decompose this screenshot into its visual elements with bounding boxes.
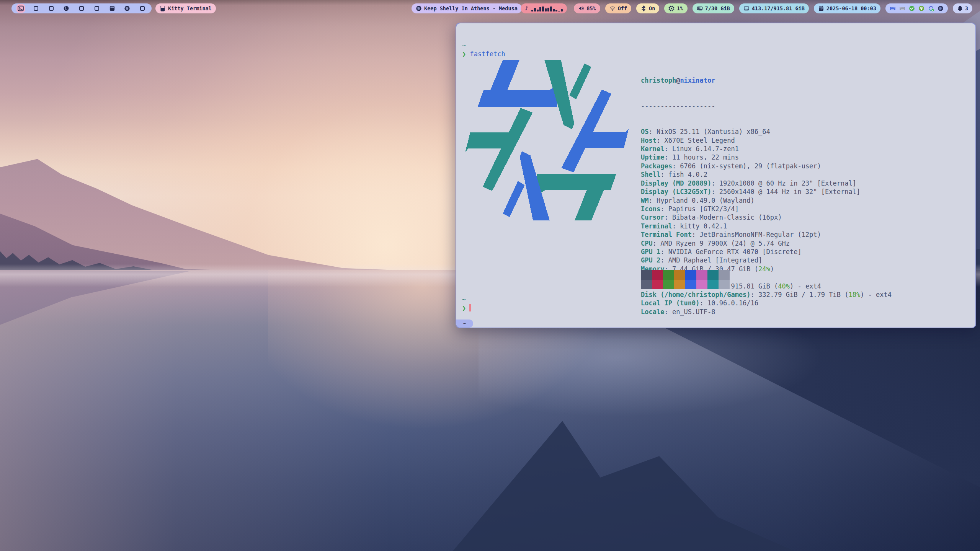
- clock-value: 2025-06-18 00:03: [826, 5, 876, 11]
- fastfetch-line: OS: NixOS 25.11 (Xantusia) x86_64: [641, 127, 892, 136]
- fastfetch-line: GPU 2: AMD Raphael [Integrated]: [641, 256, 892, 264]
- network-value: Off: [618, 5, 627, 11]
- fastfetch-line: Host: X670E Steel Legend: [641, 136, 892, 145]
- workspace-1-active[interactable]: [16, 4, 25, 13]
- sync-icon[interactable]: [928, 5, 934, 11]
- ram-icon: [697, 5, 703, 11]
- firefox-icon: [63, 5, 69, 11]
- terminal-icon: [18, 5, 24, 11]
- desktop: Kitty Terminal Keep Shelly In Athens - M…: [0, 0, 980, 551]
- bluetooth-icon: [640, 5, 647, 11]
- chip-icon: [668, 5, 675, 11]
- clock-module[interactable]: 2025-06-18 00:03: [814, 3, 880, 13]
- cpu-module[interactable]: 1%: [664, 3, 687, 13]
- fastfetch-line: Local IP (tun0): 10.96.0.16/16: [641, 299, 892, 307]
- fastfetch-line: Disk (/home/christoph/Games): 332.79 GiB…: [641, 290, 892, 299]
- workspace-3[interactable]: [47, 4, 56, 13]
- media-player-module[interactable]: Keep Shelly In Athens - Medusa: [412, 3, 522, 13]
- active-window-title[interactable]: Kitty Terminal: [155, 3, 216, 13]
- square-icon: [33, 5, 39, 11]
- audio-visualizer-module[interactable]: ♪: [521, 3, 567, 13]
- media-track-label: Keep Shelly In Athens - Medusa: [424, 5, 518, 11]
- window-icon: [109, 5, 115, 11]
- speaker-icon: [578, 5, 584, 11]
- square-icon: [94, 5, 100, 11]
- fastfetch-line: CPU: AMD Ryzen 9 7900X (24) @ 5.74 GHz: [641, 239, 892, 248]
- wifi-icon: [609, 5, 616, 11]
- fastfetch-line: Uptime: 11 hours, 22 mins: [641, 153, 892, 161]
- hdd-icon: [743, 5, 750, 11]
- location-icon[interactable]: [918, 5, 924, 11]
- cpu-value: 1%: [677, 5, 683, 11]
- text-cursor: [469, 304, 471, 311]
- workspace-7[interactable]: [108, 4, 116, 13]
- keymap-icon[interactable]: [899, 5, 905, 11]
- cat-icon: [160, 5, 166, 11]
- palette-row-2: [641, 280, 730, 289]
- fastfetch-line: GPU 1: NVIDIA GeForce RTX 4070 [Discrete…: [641, 248, 892, 256]
- system-tray[interactable]: [885, 3, 948, 13]
- status-modules: 85%OffOn1%7/30 GiB413.17/915.81 GiB2025-…: [574, 3, 972, 13]
- calendar-icon: [818, 5, 824, 11]
- disk-module[interactable]: 413.17/915.81 GiB: [739, 3, 809, 13]
- workspace-4[interactable]: [62, 4, 70, 13]
- square-icon: [139, 5, 145, 11]
- fastfetch-line: Terminal: kitty 0.42.1: [641, 222, 892, 230]
- fastfetch-line: Terminal Font: JetBrainsMonoNFM-Regular …: [641, 230, 892, 239]
- fastfetch-title: christoph@nixinator: [641, 76, 892, 85]
- fastfetch-line: Packages: 6706 (nix-system), 29 (flatpak…: [641, 162, 892, 170]
- music-note-icon: ♪: [525, 6, 528, 11]
- terminal-tab[interactable]: ~: [456, 320, 473, 328]
- terminal-color-palette: [641, 270, 730, 289]
- disk-value: 413.17/915.81 GiB: [752, 5, 805, 11]
- workspace-5[interactable]: [77, 4, 86, 13]
- workspace-9[interactable]: [138, 4, 147, 13]
- wallpaper-lake-mist: [479, 318, 823, 417]
- terminal-tab-label: ~: [463, 319, 466, 328]
- fastfetch-line: Display (LC32G5xT): 980x551 @ 144 Hz i…: [641, 187, 892, 196]
- command-text: fastfetch: [470, 50, 505, 58]
- workspace-switcher[interactable]: [11, 3, 152, 13]
- fastfetch-line: Locale: en_US.UTF-8: [641, 308, 892, 316]
- keyboard-icon[interactable]: [890, 5, 896, 11]
- fastfetch-line: Icons: Papirus [GTK2/3/4]: [641, 205, 892, 213]
- workspace-6[interactable]: [93, 4, 101, 13]
- fastfetch-line: Cursor: Bibata-Modern-Classic (16px): [641, 213, 892, 222]
- status-bar: Kitty Terminal Keep Shelly In Athens - M…: [0, 0, 980, 17]
- notifications-module[interactable]: 3: [953, 3, 972, 13]
- memory-value: 7/30 GiB: [705, 5, 730, 11]
- notification-count: 3: [965, 5, 968, 11]
- terminal-window[interactable]: ~ ❯ fastfetch christoph@nixinator ------…: [456, 23, 976, 328]
- palette-row-1: [641, 270, 730, 280]
- volume-module[interactable]: 85%: [574, 3, 600, 13]
- bluetooth-module[interactable]: On: [636, 3, 659, 13]
- bottom-prompt-path: ~: [462, 295, 466, 304]
- square-icon: [48, 5, 54, 11]
- fastfetch-line: Kernel: Linux 6.14.7-zen1: [641, 145, 892, 153]
- fastfetch-line: WM: Hyprland 0.49.0 (Wayland): [641, 196, 892, 205]
- workspace-8[interactable]: [123, 4, 131, 13]
- network-module[interactable]: Off: [605, 3, 631, 13]
- fastfetch-separator: -------------------: [641, 102, 892, 110]
- fastfetch-line: Shell: fish 4.0.2: [641, 170, 892, 179]
- spotify-icon: [416, 5, 422, 11]
- volume-value: 85%: [586, 5, 596, 11]
- visualizer-bars: [531, 5, 563, 11]
- check-circle-icon[interactable]: [909, 5, 915, 11]
- spotify-icon: [124, 5, 130, 11]
- square-icon: [78, 5, 85, 11]
- prompt-path: ~: [462, 41, 466, 49]
- spotify-tray-icon[interactable]: [938, 5, 944, 11]
- memory-module[interactable]: 7/30 GiB: [693, 3, 734, 13]
- window-title-label: Kitty Terminal: [168, 5, 212, 11]
- nixos-logo: [461, 57, 633, 223]
- fastfetch-line: Display (MD 20889): 1920x1080 @ 60 Hz in…: [641, 179, 892, 187]
- bell-icon: [957, 5, 963, 11]
- workspace-2[interactable]: [32, 4, 40, 13]
- bottom-prompt-line[interactable]: ❯: [462, 304, 471, 312]
- bluetooth-value: On: [649, 5, 655, 11]
